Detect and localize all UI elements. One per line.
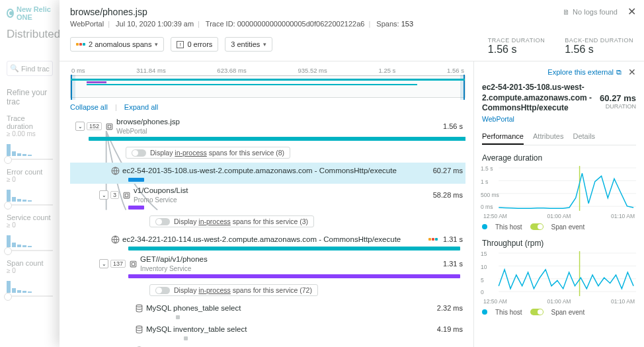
span-name: MySQL inventory_table select <box>146 325 247 333</box>
span-row[interactable]: ⌄152browse/phones.jspWebPortal1.56 s <box>70 115 465 143</box>
error-icon: ! <box>177 41 184 48</box>
trace-detail-panel: browse/phones.jsp ✕ 🗎 No logs found WebP… <box>60 0 644 347</box>
span-duration: 58.28 ms <box>433 191 465 199</box>
facet-slider[interactable] <box>7 250 53 251</box>
chevron-down-icon: ▾ <box>155 41 158 48</box>
span-row[interactable]: ec2-54-201-35-108.us-west-2.compute.amaz… <box>70 163 465 184</box>
span-service: Promo Service <box>134 196 177 204</box>
span-duration: 60.27 ms <box>433 167 465 174</box>
svg-rect-4 <box>125 194 128 196</box>
span-name: v1/Coupons/List <box>134 186 188 194</box>
entities-button[interactable]: 3 entities▾ <box>225 37 272 52</box>
span-row[interactable]: MySQL inventory_table select4.19 ms <box>70 321 465 342</box>
ruler-tick: 1.25 s <box>378 67 395 74</box>
expand-toggle[interactable]: ⌄ <box>99 190 108 200</box>
expand-toggle[interactable]: ⌄ <box>99 259 108 268</box>
trace-meta: WebPortal| Jul 10, 2020 1:00:39 am| Trac… <box>70 20 633 28</box>
svg-point-8 <box>136 305 142 307</box>
ruler-tick: 311.84 ms <box>136 67 165 74</box>
brand-logo: New Relic ONE <box>7 5 53 21</box>
db-icon <box>134 303 143 313</box>
legend-dot-icon <box>482 309 487 315</box>
svg-rect-6 <box>130 261 136 267</box>
app-icon <box>104 122 114 131</box>
file-icon: 🗎 <box>563 8 570 16</box>
minimap[interactable] <box>70 75 465 98</box>
span-name: browse/phones.jsp <box>116 118 180 126</box>
facet-sparkline <box>7 231 53 247</box>
globe-icon <box>110 235 120 244</box>
ruler-tick: 935.52 ms <box>298 67 327 74</box>
facet-slider[interactable] <box>7 295 53 297</box>
facet-slider[interactable] <box>7 204 53 206</box>
facet-label: Span count <box>7 259 53 267</box>
span-row[interactable]: MySQL inventory_table select4.14 ms <box>70 342 465 347</box>
span-detail-panel: Explore this external ⧉ ✕ ec2-54-201-35-… <box>473 61 644 347</box>
search-icon: 🔍 <box>10 64 19 73</box>
inprocess-toggle[interactable]: Display in-process spans for this servic… <box>126 147 290 159</box>
search-input-stub[interactable]: 🔍 Find trac <box>7 61 53 76</box>
trace-title: browse/phones.jsp <box>70 7 633 17</box>
span-event-toggle[interactable] <box>530 223 543 230</box>
anomaly-icon <box>428 238 438 241</box>
span-row[interactable]: ⌄3v1/Coupons/ListPromo Service58.28 ms <box>70 184 465 212</box>
close-icon[interactable]: ✕ <box>627 5 636 18</box>
svg-rect-7 <box>132 262 134 265</box>
span-duration: 2.32 ms <box>437 304 465 312</box>
span-name: ec2-34-221-210-114.us-west-2.compute.ama… <box>122 235 401 243</box>
span-event-toggle[interactable] <box>530 309 543 315</box>
no-logs-badge: 🗎 No logs found <box>563 8 618 16</box>
svg-rect-3 <box>124 192 130 198</box>
backend-duration-summary: BACK-END DURATION 1.56 s <box>565 37 633 56</box>
svg-rect-0 <box>106 124 112 130</box>
span-duration: 1.56 s <box>443 122 465 130</box>
throughput-heading: Throughput (rpm) <box>482 239 636 248</box>
chevron-down-icon: ▾ <box>263 41 266 48</box>
inprocess-toggle[interactable]: Display in-process spans for this servic… <box>149 284 318 296</box>
span-row[interactable]: Display in-process spans for this servic… <box>70 212 465 231</box>
svg-rect-1 <box>108 125 110 128</box>
explore-external-link[interactable]: Explore this external ⧉ <box>547 68 622 77</box>
trace-duration-summary: TRACE DURATION 1.56 s <box>488 37 545 56</box>
side-close-icon[interactable]: ✕ <box>628 67 636 77</box>
inprocess-toggle[interactable]: Display in-process spans for this servic… <box>149 215 314 227</box>
tab-details[interactable]: Details <box>573 132 595 145</box>
child-count-badge: 3 <box>110 191 119 199</box>
span-row[interactable]: Display in-process spans for this servic… <box>70 143 465 163</box>
span-duration: 1.31 s <box>443 260 465 268</box>
throughput-chart: 15 10 5 0 <box>482 251 636 297</box>
span-row[interactable]: Display in-process spans for this servic… <box>70 280 465 300</box>
tab-performance[interactable]: Performance <box>482 132 524 145</box>
span-app-link[interactable]: WebPortal <box>482 115 636 123</box>
facet-slider[interactable] <box>7 159 53 160</box>
facet-sub: ≥ 0 <box>7 176 53 183</box>
facet-sub: ≥ 0 <box>7 267 53 274</box>
page-heading: Distributed <box>7 28 53 41</box>
span-row[interactable]: MySQL phones_table select2.32 ms <box>70 300 465 321</box>
child-count-badge: 137 <box>110 260 126 268</box>
span-duration: 60.27 ms DURATION <box>600 93 636 110</box>
facet-sparkline <box>7 140 53 156</box>
span-service: Inventory Service <box>140 265 191 272</box>
toggle-icon <box>132 149 146 157</box>
facet-sparkline <box>7 277 53 293</box>
globe-icon <box>110 166 120 175</box>
ruler-tick: 623.68 ms <box>217 67 246 74</box>
toggle-icon <box>155 287 170 294</box>
anomalous-spans-button[interactable]: 2 anomalous spans▾ <box>70 37 164 52</box>
avg-duration-chart: 1.5 s 1 s 500 ms 0 ms <box>482 165 636 212</box>
expand-toggle[interactable]: ⌄ <box>75 122 85 131</box>
tab-attributes[interactable]: Attributes <box>533 132 563 145</box>
app-icon <box>122 190 131 200</box>
child-count-badge: 152 <box>87 122 102 130</box>
span-duration: 4.19 ms <box>437 325 465 333</box>
svg-point-9 <box>136 326 142 328</box>
errors-button[interactable]: ! 0 errors <box>171 37 218 52</box>
span-row[interactable]: ec2-34-221-210-114.us-west-2.compute.ama… <box>70 231 465 252</box>
span-name: MySQL phones_table select <box>146 304 241 312</box>
facet-label: Service count <box>7 213 53 221</box>
facet-sub: ≥ 0 <box>7 221 53 229</box>
span-row[interactable]: ⌄137GET//api/v1/phonesInventory Service1… <box>70 252 465 280</box>
app-icon <box>128 259 138 268</box>
toggle-icon <box>155 218 170 225</box>
